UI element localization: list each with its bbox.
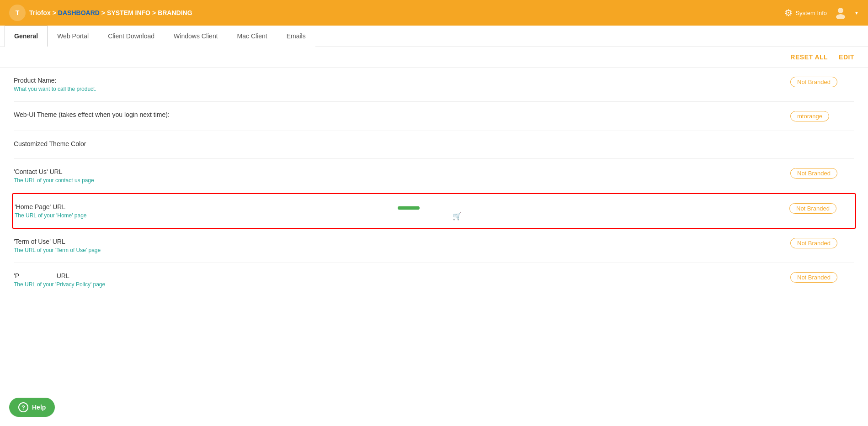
field-contact-url-sublabel: The URL of your contact us page (14, 177, 781, 184)
field-privacy-url: 'Privacy Policy URL The URL of your 'Pri… (14, 263, 854, 290)
field-tou-url-sublabel: The URL of your 'Term of Use' page (14, 247, 781, 253)
reset-all-button[interactable]: RESET ALL (790, 53, 828, 61)
field-contact-url: 'Contact Us' URL The URL of your contact… (14, 159, 854, 193)
field-tou-url-label: 'Term of Use' URL (14, 238, 781, 245)
system-info-label: System Info (795, 10, 827, 16)
field-privacy-url-value: Not Branded (790, 272, 854, 283)
field-tou-url-info: 'Term of Use' URL The URL of your 'Term … (14, 238, 781, 253)
breadcrumb-branding: BRANDING (158, 9, 192, 16)
field-product-name-info: Product Name: What you want to call the … (14, 77, 781, 92)
user-menu-button[interactable] (834, 6, 847, 20)
breadcrumb-sep3: > (152, 9, 156, 16)
privacy-url-badge: Not Branded (790, 272, 837, 283)
field-privacy-url-label: 'Privacy Policy URL (14, 272, 781, 279)
cart-icon[interactable]: 🛒 (453, 211, 462, 220)
field-theme-color-label: Customized Theme Color (14, 140, 781, 147)
field-product-name-label: Product Name: (14, 77, 781, 84)
tab-emails[interactable]: Emails (277, 26, 315, 47)
user-dropdown-icon[interactable]: ▼ (854, 11, 859, 16)
tab-web-portal[interactable]: Web Portal (48, 26, 98, 47)
progress-bar-outer (398, 206, 471, 210)
svg-point-3 (836, 14, 845, 19)
field-webui-theme-value: mtorange (790, 111, 854, 121)
homepage-url-badge: Not Branded (789, 203, 836, 214)
field-tou-url: 'Term of Use' URL The URL of your 'Term … (14, 229, 854, 263)
content-area: Product Name: What you want to call the … (0, 68, 868, 290)
header: T Triofox > DASHBOARD > SYSTEM INFO > BR… (0, 0, 868, 26)
gear-icon: ⚙ (784, 7, 793, 18)
header-left: T Triofox > DASHBOARD > SYSTEM INFO > BR… (9, 5, 192, 21)
breadcrumb-sep1: > (53, 9, 56, 16)
field-webui-theme: Web-UI Theme (takes effect when you logi… (14, 102, 854, 131)
triofox-logo-icon: T (9, 5, 26, 21)
toolbar: RESET ALL EDIT (0, 47, 868, 68)
svg-point-2 (838, 8, 843, 13)
field-product-name-sublabel: What you want to call the product. (14, 86, 781, 92)
field-privacy-url-info: 'Privacy Policy URL The URL of your 'Pri… (14, 272, 781, 288)
breadcrumb-brand: Triofox (29, 9, 51, 16)
field-contact-url-info: 'Contact Us' URL The URL of your contact… (14, 168, 781, 184)
system-info-button[interactable]: ⚙ System Info (784, 7, 827, 18)
webui-theme-badge: mtorange (790, 111, 829, 121)
trial-progress-container: 22 trial day(s) left. 🛒 (398, 206, 471, 220)
breadcrumb-sep2: > (101, 9, 105, 16)
tabs-bar: General Web Portal Client Download Windo… (0, 26, 868, 47)
progress-bar-fill (398, 206, 420, 210)
tab-client-download[interactable]: Client Download (98, 26, 164, 47)
field-webui-theme-info: Web-UI Theme (takes effect when you logi… (14, 111, 781, 120)
field-homepage-url-value: Not Branded (789, 203, 853, 214)
tab-general[interactable]: General (5, 26, 48, 47)
field-contact-url-label: 'Contact Us' URL (14, 168, 781, 175)
breadcrumb-dashboard[interactable]: DASHBOARD (58, 9, 100, 16)
svg-text:T: T (16, 9, 20, 16)
breadcrumb-system-info: SYSTEM INFO (107, 9, 150, 16)
breadcrumb: Triofox > DASHBOARD > SYSTEM INFO > BRAN… (29, 9, 192, 16)
field-product-name: Product Name: What you want to call the … (14, 68, 854, 102)
field-privacy-url-sublabel: The URL of your 'Privacy Policy' page (14, 281, 781, 288)
field-contact-url-value: Not Branded (790, 168, 854, 179)
tab-windows-client[interactable]: Windows Client (164, 26, 227, 47)
contact-url-badge: Not Branded (790, 168, 837, 179)
edit-button[interactable]: EDIT (839, 53, 854, 61)
field-webui-theme-label: Web-UI Theme (takes effect when you logi… (14, 111, 781, 118)
trial-text: 22 trial day(s) left. 🛒 (406, 211, 462, 220)
field-product-name-value: Not Branded (790, 77, 854, 87)
tab-mac-client[interactable]: Mac Client (228, 26, 277, 47)
field-theme-color-info: Customized Theme Color (14, 140, 781, 149)
field-tou-url-value: Not Branded (790, 238, 854, 248)
tou-url-badge: Not Branded (790, 238, 837, 248)
user-icon (834, 6, 847, 19)
header-right: ⚙ System Info ▼ (784, 6, 859, 20)
product-name-badge: Not Branded (790, 77, 837, 87)
field-theme-color: Customized Theme Color (14, 131, 854, 159)
